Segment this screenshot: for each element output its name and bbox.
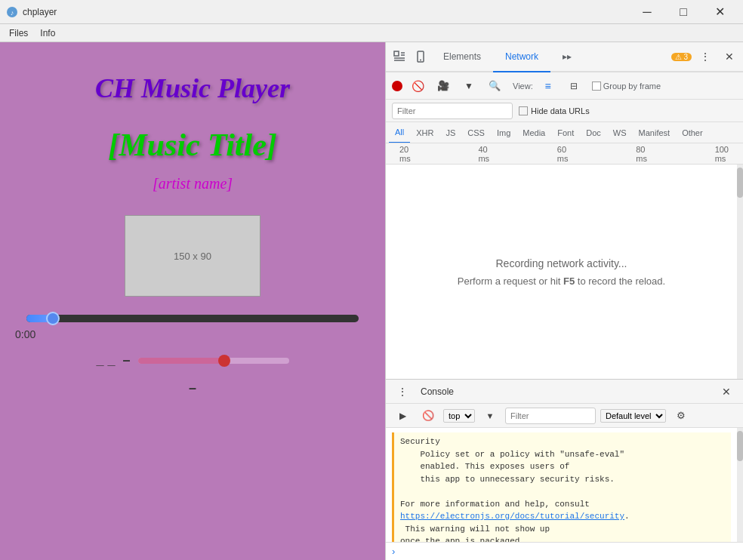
time-display: 0:00 [15, 328, 35, 340]
type-xhr-button[interactable]: XHR [410, 122, 439, 143]
artist-name: [artist name] [153, 175, 233, 192]
volume-bar-container[interactable] [138, 358, 289, 364]
console-content[interactable]: Security Policy set or a policy with "un… [386, 428, 737, 542]
progress-thumb [46, 312, 60, 325]
minimize-button[interactable]: ─ [630, 0, 664, 24]
view-list-button[interactable]: ≡ [538, 75, 559, 97]
timeline-20ms: 20 ms [399, 145, 418, 163]
view-label: View: [513, 82, 533, 91]
menu-bar: Files Info [0, 24, 743, 42]
type-all-button[interactable]: All [389, 122, 410, 143]
type-media-button[interactable]: Media [516, 122, 551, 143]
console-scrollbar[interactable] [737, 428, 743, 542]
console-menu-button[interactable]: ⋮ [392, 381, 413, 402]
console-close-button[interactable]: ✕ [716, 381, 737, 402]
warning-icon: ⚠ [675, 53, 682, 61]
network-panel: 🚫 🎥 ▼ 🔍 View: ≡ ⊟ Group by frame Hide da… [386, 72, 743, 560]
devtools-close-button[interactable]: ✕ [719, 46, 740, 67]
record-button[interactable] [392, 81, 402, 91]
console-clear-button[interactable]: 🚫 [418, 405, 439, 426]
console-panel: ⋮ Console ✕ ▶ 🚫 top ▼ Default level ⚙ [386, 379, 743, 560]
mobile-device-button[interactable] [410, 46, 431, 67]
type-img-button[interactable]: Img [491, 122, 516, 143]
progress-bar-container[interactable] [26, 315, 359, 322]
filter-input[interactable] [392, 103, 513, 119]
maximize-button[interactable]: □ [666, 0, 701, 24]
hide-data-urls-label: Hide data URLs [531, 106, 590, 115]
type-js-button[interactable]: JS [439, 122, 461, 143]
console-run-button[interactable]: ▶ [392, 405, 413, 426]
type-font-button[interactable]: Font [551, 122, 580, 143]
network-type-bar: All XHR JS CSS Img Media Font Doc WS Man… [386, 122, 743, 143]
network-empty-main: Recording network activity... [495, 257, 627, 269]
type-ws-button[interactable]: WS [607, 122, 633, 143]
type-manifest-button[interactable]: Manifest [633, 122, 677, 143]
svg-text:♪: ♪ [11, 9, 14, 17]
type-other-button[interactable]: Other [676, 122, 709, 143]
console-input-row: › [386, 542, 743, 560]
timeline-40ms: 40 ms [478, 145, 496, 163]
hide-data-urls-checkbox[interactable] [519, 106, 528, 115]
devtools-tabs: Elements Network ▸▸ ⚠ 3 ⋮ ✕ [386, 42, 743, 72]
volume-bar[interactable] [138, 358, 289, 364]
tab-network-label: Network [505, 51, 538, 62]
network-scrollbar[interactable] [737, 165, 743, 379]
console-context-arrow[interactable]: ▼ [479, 405, 501, 426]
title-bar-controls: ─ □ ✕ [630, 0, 737, 24]
console-context-select[interactable]: top [443, 409, 475, 423]
network-scrollbar-thumb [737, 168, 743, 198]
devtools-more-button[interactable]: ⋮ [695, 46, 716, 67]
volume-thumb [218, 355, 230, 367]
inspect-element-button[interactable] [389, 46, 410, 67]
album-art-size: 150 x 90 [174, 251, 211, 262]
timeline-100ms: 100 ms [715, 145, 737, 163]
tab-elements[interactable]: Elements [431, 42, 493, 72]
network-empty-sub: Perform a request or hit F5 to record th… [458, 275, 665, 287]
timeline-header: 20 ms 40 ms 60 ms 80 ms 100 ms [386, 143, 743, 165]
tab-elements-label: Elements [443, 51, 481, 62]
volume-fill [138, 358, 221, 364]
console-title: Console [421, 386, 454, 397]
dash-label-2: – [123, 352, 131, 368]
svg-rect-2 [394, 51, 399, 56]
dash-label-1: _ _ [96, 352, 115, 368]
filter-button[interactable]: ▼ [458, 75, 479, 97]
close-button[interactable]: ✕ [702, 0, 737, 24]
group-by-frame-checkbox[interactable] [592, 82, 601, 91]
group-by-frame-label: Group by frame [603, 82, 661, 91]
network-toolbar: 🚫 🎥 ▼ 🔍 View: ≡ ⊟ Group by frame [386, 72, 743, 100]
menu-files[interactable]: Files [3, 26, 34, 40]
devtools-panel: Elements Network ▸▸ ⚠ 3 ⋮ ✕ 🚫 [385, 42, 743, 560]
timeline-60ms: 60 ms [557, 145, 575, 163]
title-bar: ♪ chplayer ─ □ ✕ [0, 0, 743, 24]
timeline-marks: 20 ms 40 ms 60 ms 80 ms 100 ms [399, 145, 737, 163]
progress-bar[interactable] [26, 315, 359, 322]
screenshot-button[interactable]: 🎥 [433, 75, 454, 97]
menu-info[interactable]: Info [34, 26, 61, 40]
clear-network-button[interactable]: 🚫 [407, 75, 428, 97]
dash-label-3: – [189, 380, 196, 395]
console-prompt-icon: › [392, 546, 395, 557]
tab-more-label: ▸▸ [563, 51, 572, 62]
app-icon: ♪ [6, 6, 18, 18]
main-area: CH Music Player [Music Title] [artist na… [0, 42, 743, 560]
tab-network[interactable]: Network [493, 42, 550, 72]
console-security-link[interactable]: https://electronjs.org/docs/tutorial/sec… [400, 512, 624, 521]
music-title: [Music Title] [108, 127, 277, 163]
console-level-select[interactable]: Default level [600, 409, 666, 423]
console-settings-button[interactable]: ⚙ [671, 405, 692, 426]
console-header: ⋮ Console ✕ [386, 380, 743, 404]
tab-more[interactable]: ▸▸ [550, 42, 584, 72]
type-doc-button[interactable]: Doc [580, 122, 607, 143]
warning-badge: ⚠ 3 [671, 53, 692, 61]
player-app-title: CH Music Player [95, 72, 290, 104]
network-empty-state: Recording network activity... Perform a … [386, 165, 737, 379]
album-art: 150 x 90 [125, 215, 261, 297]
type-css-button[interactable]: CSS [461, 122, 491, 143]
app-title: chplayer [23, 7, 57, 17]
search-network-button[interactable]: 🔍 [484, 75, 505, 97]
view-detail-button[interactable]: ⊟ [563, 75, 584, 97]
console-filter-input[interactable] [505, 408, 596, 424]
player-panel: CH Music Player [Music Title] [artist na… [0, 42, 385, 560]
console-scrollbar-thumb [737, 431, 743, 461]
